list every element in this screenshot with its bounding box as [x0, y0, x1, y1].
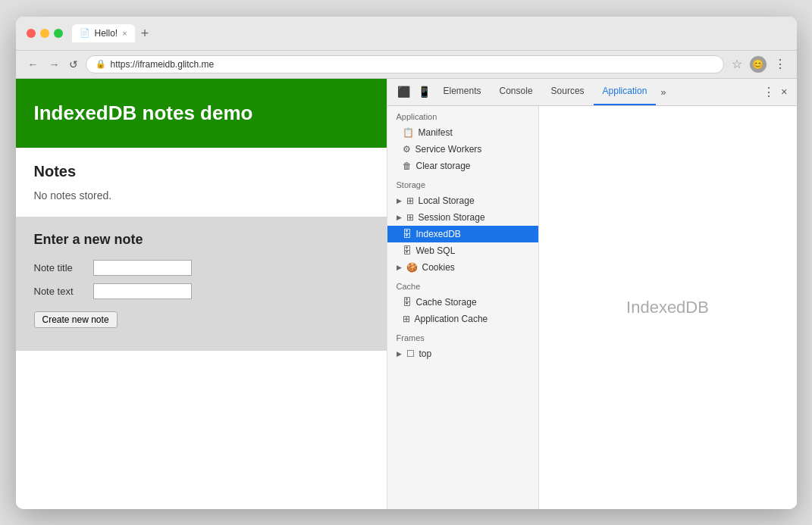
- sidebar-item-web-sql[interactable]: 🗄 Web SQL: [387, 242, 538, 259]
- storage-section-label: Storage: [387, 174, 538, 192]
- sidebar-item-session-storage[interactable]: ▶ ⊞ Session Storage: [387, 209, 538, 226]
- no-notes-text: No notes stored.: [34, 189, 368, 202]
- new-note-section: Enter a new note Note title Note text Cr…: [16, 217, 387, 351]
- sidebar-item-indexeddb[interactable]: 🗄 IndexedDB: [387, 226, 538, 242]
- sidebar-item-manifest[interactable]: 📋 Manifest: [387, 124, 538, 141]
- top-frame-expand-icon: ▶: [397, 350, 402, 358]
- page-title: IndexedDB notes demo: [34, 102, 368, 125]
- url-text: https://iframeidb.glitch.me: [111, 59, 215, 70]
- sidebar-item-clear-storage[interactable]: 🗑 Clear storage: [387, 158, 538, 174]
- devtools-body: Application 📋 Manifest ⚙ Service Workers…: [387, 106, 797, 509]
- manifest-label: Manifest: [419, 127, 453, 138]
- session-storage-icon: ⊞: [406, 212, 414, 223]
- local-storage-icon: ⊞: [406, 195, 414, 206]
- web-sql-icon: 🗄: [403, 245, 412, 256]
- browser-menu-button[interactable]: ⋮: [774, 57, 786, 71]
- session-storage-label: Session Storage: [419, 212, 485, 223]
- maximize-traffic-light[interactable]: [54, 29, 63, 38]
- sidebar-item-application-cache[interactable]: ⊞ Application Cache: [387, 311, 538, 327]
- sidebar-item-top-frame[interactable]: ▶ ☐ top: [387, 345, 538, 362]
- session-storage-expand-icon: ▶: [397, 214, 402, 221]
- create-note-button[interactable]: Create new note: [34, 311, 118, 328]
- browser-tab[interactable]: 📄 Hello! ×: [72, 24, 135, 42]
- frames-section-label: Frames: [387, 327, 538, 345]
- devtools-panel: ⬛ 📱 Elements Console Sources Application…: [387, 79, 797, 509]
- tab-elements[interactable]: Elements: [434, 79, 491, 106]
- top-frame-label: top: [419, 348, 432, 359]
- note-title-input[interactable]: [93, 260, 192, 276]
- devtools-tabs: Elements Console Sources Application »: [434, 79, 760, 106]
- note-text-label: Note text: [34, 286, 87, 297]
- application-section-label: Application: [387, 106, 538, 124]
- devtools-main-area: IndexedDB: [539, 106, 797, 509]
- cache-storage-icon: 🗄: [403, 297, 412, 308]
- page-body: Notes No notes stored. Enter a new note …: [16, 148, 387, 351]
- tab-console[interactable]: Console: [491, 79, 542, 106]
- clear-storage-icon: 🗑: [403, 161, 412, 171]
- address-bar: ← → ↺ 🔒 https://iframeidb.glitch.me ☆ 😊 …: [16, 51, 797, 79]
- traffic-lights: [27, 29, 63, 38]
- cache-storage-label: Cache Storage: [416, 297, 477, 308]
- notes-section: Notes No notes stored.: [16, 148, 387, 217]
- devtools-sidebar: Application 📋 Manifest ⚙ Service Workers…: [387, 106, 539, 509]
- tab-sources[interactable]: Sources: [542, 79, 594, 106]
- indexeddb-placeholder-text: IndexedDB: [626, 298, 709, 317]
- tab-favicon-icon: 📄: [80, 28, 90, 38]
- cache-section-label: Cache: [387, 276, 538, 294]
- local-storage-label: Local Storage: [419, 195, 475, 206]
- sidebar-item-cookies[interactable]: ▶ 🍪 Cookies: [387, 259, 538, 276]
- back-button[interactable]: ←: [27, 58, 40, 70]
- new-tab-button[interactable]: +: [141, 27, 149, 40]
- application-cache-icon: ⊞: [403, 314, 410, 324]
- browser-window: 📄 Hello! × + ← → ↺ 🔒 https://iframeidb.g…: [16, 17, 797, 509]
- devtools-options-button[interactable]: ⋮: [760, 85, 778, 99]
- note-text-input[interactable]: [93, 283, 192, 299]
- note-text-row: Note text: [34, 283, 368, 299]
- sidebar-item-cache-storage[interactable]: 🗄 Cache Storage: [387, 294, 538, 311]
- note-title-row: Note title: [34, 260, 368, 276]
- clear-storage-label: Clear storage: [416, 161, 471, 171]
- tab-application[interactable]: Application: [594, 79, 657, 106]
- notes-heading: Notes: [34, 163, 368, 180]
- webpage-panel: IndexedDB notes demo Notes No notes stor…: [16, 79, 387, 509]
- local-storage-expand-icon: ▶: [397, 197, 402, 205]
- bookmark-button[interactable]: ☆: [732, 57, 742, 71]
- service-workers-icon: ⚙: [403, 144, 411, 155]
- tab-close-icon[interactable]: ×: [122, 29, 127, 38]
- tab-bar: 📄 Hello! × +: [72, 24, 786, 42]
- manifest-icon: 📋: [403, 127, 414, 138]
- close-traffic-light[interactable]: [27, 29, 36, 38]
- refresh-button[interactable]: ↺: [69, 58, 78, 70]
- cookies-expand-icon: ▶: [397, 264, 402, 271]
- application-cache-label: Application Cache: [415, 314, 488, 324]
- cookies-label: Cookies: [422, 262, 455, 273]
- service-workers-label: Service Workers: [415, 144, 482, 155]
- forward-button[interactable]: →: [48, 58, 61, 70]
- title-bar: 📄 Hello! × +: [16, 17, 797, 51]
- page-header: IndexedDB notes demo: [16, 79, 387, 148]
- device-emulation-button[interactable]: 📱: [414, 83, 434, 101]
- profile-button[interactable]: 😊: [750, 56, 767, 73]
- top-frame-icon: ☐: [406, 348, 415, 359]
- more-tabs-button[interactable]: »: [656, 86, 670, 98]
- note-title-label: Note title: [34, 262, 87, 273]
- devtools-close-button[interactable]: ×: [778, 86, 790, 98]
- indexeddb-label: IndexedDB: [416, 229, 461, 239]
- devtools-toolbar: ⬛ 📱 Elements Console Sources Application…: [387, 79, 797, 106]
- cookies-icon: 🍪: [406, 262, 418, 273]
- lock-icon: 🔒: [96, 59, 106, 69]
- minimize-traffic-light[interactable]: [40, 29, 49, 38]
- web-sql-label: Web SQL: [416, 245, 456, 256]
- sidebar-item-service-workers[interactable]: ⚙ Service Workers: [387, 141, 538, 158]
- tab-title: Hello!: [95, 28, 118, 39]
- main-content: IndexedDB notes demo Notes No notes stor…: [16, 79, 797, 509]
- url-field[interactable]: 🔒 https://iframeidb.glitch.me: [86, 55, 724, 73]
- new-note-heading: Enter a new note: [34, 232, 368, 248]
- sidebar-item-local-storage[interactable]: ▶ ⊞ Local Storage: [387, 192, 538, 209]
- dock-toggle-button[interactable]: ⬛: [393, 83, 414, 101]
- indexeddb-icon: 🗄: [403, 229, 412, 239]
